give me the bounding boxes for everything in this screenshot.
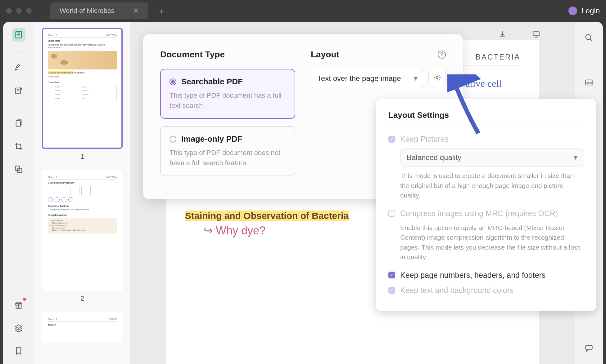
layout-select-value: Text over the page image (317, 74, 401, 83)
crop-tool[interactable] (12, 140, 25, 153)
close-tab-button[interactable]: ✕ (133, 7, 139, 15)
check-label: Keep text and background colors (400, 286, 514, 295)
keep-colors-row[interactable]: ✓ Keep text and background colors (388, 286, 584, 295)
left-toolbar (3, 22, 34, 364)
export-dialog: Document Type Searchable PDF This type o… (143, 34, 463, 199)
quality-description: This mode is used to create a document s… (400, 171, 584, 200)
svg-point-26 (436, 77, 438, 79)
comment-button[interactable] (582, 341, 596, 355)
info-icon[interactable]: ? (438, 51, 446, 59)
radio-description: This type of PDF document has a full tex… (170, 90, 286, 111)
copy-icon (14, 119, 23, 128)
thumbnail-item[interactable]: Chapter 1BACTERIA Endospores Endospores … (42, 28, 123, 161)
svg-point-15 (586, 35, 591, 40)
section-title: Staining and Observation of Bacteria (185, 211, 349, 221)
book-tool[interactable] (12, 28, 25, 42)
search-button[interactable] (582, 31, 596, 45)
gift-button[interactable] (12, 298, 25, 312)
layout-heading: Layout (311, 50, 339, 60)
book-icon (14, 30, 23, 39)
quality-value: Balanced quality (407, 153, 461, 162)
radio-description: This type of PDF document does not have … (170, 148, 286, 168)
checkbox-icon: ✓ (388, 272, 395, 278)
annotation-cell: ative cell (466, 78, 502, 89)
close-window-button[interactable] (6, 8, 12, 14)
comment-icon (585, 344, 593, 352)
compress-description: Enable this option to apply an MRC-based… (400, 223, 584, 262)
add-tab-button[interactable]: ＋ (157, 5, 166, 17)
checkbox-icon: ✓ (388, 287, 395, 294)
copy-tool[interactable] (12, 117, 25, 130)
compare-icon (14, 165, 23, 174)
highlighter-icon (14, 63, 23, 72)
edit-icon (14, 86, 23, 95)
page-thumbnail-1[interactable]: Chapter 1BACTERIA Endospores Endospores … (42, 28, 123, 149)
bookmark-icon (14, 347, 23, 355)
window-traffic-lights (6, 8, 32, 14)
thumbnail-label: 1 (42, 153, 123, 161)
highlighter-tool[interactable] (12, 61, 25, 74)
radio-title: Searchable PDF (181, 77, 243, 87)
presentation-icon[interactable] (531, 30, 541, 38)
keep-pictures-row[interactable]: ✓ Keep Pictures (388, 135, 584, 144)
thumbnail-label: 2 (42, 295, 123, 303)
gift-icon (14, 301, 23, 309)
radio-searchable-pdf[interactable]: Searchable PDF This type of PDF document… (160, 69, 295, 119)
layout-settings-button[interactable] (428, 69, 446, 86)
titlebar: World of Microbes ✕ ＋ Login (0, 0, 606, 22)
login-button[interactable]: Login (581, 7, 600, 15)
radio-image-only-pdf[interactable]: Image-only PDF This type of PDF document… (160, 126, 295, 176)
compare-tool[interactable] (12, 162, 25, 176)
layers-icon (14, 324, 23, 332)
doc-type-heading: Document Type (160, 50, 295, 60)
ocr-icon: OCR (585, 78, 593, 87)
page-thumbnail-2[interactable]: Chapter 1BACTERIA Gram Staining Procedur… (42, 170, 123, 291)
download-icon[interactable] (498, 30, 506, 38)
chevron-down-icon: ▾ (574, 153, 577, 162)
popover-title: Layout Settings (388, 110, 584, 126)
separator (14, 51, 23, 51)
chevron-down-icon: ▾ (414, 74, 418, 83)
page-header-right: BACTERIA (476, 53, 520, 61)
thumbnail-item[interactable]: Chapter 2POWER Yeast ↗ (42, 312, 123, 343)
keep-headers-row[interactable]: ✓ Keep page numbers, headers, and footer… (388, 271, 584, 280)
avatar[interactable] (568, 7, 577, 15)
ocr-button[interactable]: OCR (582, 76, 596, 89)
radio-icon (170, 136, 176, 143)
search-icon (585, 33, 593, 42)
tab-title: World of Microbes (60, 7, 115, 15)
svg-rect-25 (533, 32, 539, 36)
svg-rect-2 (16, 121, 20, 127)
compress-mrc-row[interactable]: Compress images using MRC (requires OCR) (388, 209, 584, 218)
radio-title: Image-only PDF (181, 134, 242, 144)
check-label: Compress images using MRC (requires OCR) (400, 209, 558, 218)
layers-button[interactable] (12, 321, 25, 335)
maximize-window-button[interactable] (26, 8, 32, 14)
minimize-window-button[interactable] (16, 8, 22, 14)
layout-settings-popover: Layout Settings ✓ Keep Pictures Balanced… (376, 99, 596, 311)
thumbnail-item[interactable]: Chapter 1BACTERIA Gram Staining Procedur… (42, 170, 123, 303)
checkbox-icon: ✓ (388, 136, 395, 143)
check-label: Keep page numbers, headers, and footers (400, 271, 545, 280)
thumbnail-panel: Chapter 1BACTERIA Endospores Endospores … (34, 22, 130, 364)
edit-tool[interactable] (12, 84, 25, 97)
titlebar-right: Login (568, 7, 600, 15)
separator (14, 107, 23, 107)
quality-select[interactable]: Balanced quality ▾ (400, 149, 584, 166)
app-body: Chapter 1BACTERIA Endospores Endospores … (3, 22, 603, 364)
page-thumbnail-3[interactable]: Chapter 2POWER Yeast ↗ (42, 312, 123, 343)
document-tab[interactable]: World of Microbes ✕ (50, 2, 148, 19)
svg-text:OCR: OCR (586, 82, 592, 85)
layout-select[interactable]: Text over the page image ▾ (311, 69, 424, 88)
check-label: Keep Pictures (400, 135, 449, 144)
checkbox-icon (388, 210, 395, 217)
gear-icon (433, 73, 441, 82)
radio-icon (170, 78, 176, 85)
top-toolbar (498, 30, 541, 38)
crop-icon (14, 142, 23, 151)
bookmark-button[interactable] (12, 344, 25, 358)
svg-rect-24 (586, 345, 592, 350)
